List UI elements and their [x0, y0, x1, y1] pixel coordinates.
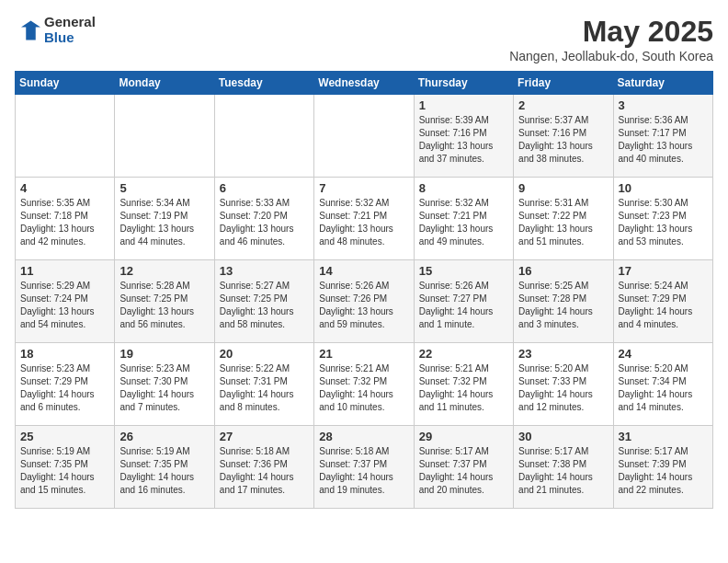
- day-info: Sunrise: 5:32 AM Sunset: 7:21 PM Dayligh…: [419, 197, 508, 248]
- day-number: 28: [319, 430, 408, 443]
- day-number: 26: [119, 430, 209, 443]
- calendar-table: Sunday Monday Tuesday Wednesday Thursday…: [15, 71, 713, 509]
- col-monday: Monday: [115, 72, 214, 95]
- calendar-cell: 31Sunrise: 5:17 AM Sunset: 7:39 PM Dayli…: [613, 426, 712, 509]
- calendar-cell: 5Sunrise: 5:34 AM Sunset: 7:19 PM Daylig…: [115, 178, 214, 260]
- calendar-cell: 14Sunrise: 5:26 AM Sunset: 7:26 PM Dayli…: [314, 260, 414, 343]
- calendar-cell: 17Sunrise: 5:24 AM Sunset: 7:29 PM Dayli…: [613, 260, 712, 343]
- calendar-cell: 16Sunrise: 5:25 AM Sunset: 7:28 PM Dayli…: [514, 260, 613, 343]
- day-number: 20: [220, 347, 309, 361]
- day-info: Sunrise: 5:37 AM Sunset: 7:16 PM Dayligh…: [518, 114, 608, 166]
- day-info: Sunrise: 5:23 AM Sunset: 7:30 PM Dayligh…: [119, 362, 209, 414]
- col-wednesday: Wednesday: [314, 72, 414, 95]
- day-info: Sunrise: 5:17 AM Sunset: 7:38 PM Dayligh…: [518, 445, 608, 497]
- calendar-cell: 1Sunrise: 5:39 AM Sunset: 7:16 PM Daylig…: [414, 95, 513, 178]
- logo: General Blue: [15, 15, 96, 45]
- day-number: 4: [20, 181, 109, 195]
- calendar-cell: 6Sunrise: 5:33 AM Sunset: 7:20 PM Daylig…: [214, 178, 313, 260]
- calendar-subtitle: Nangen, Jeollabuk-do, South Korea: [509, 49, 713, 63]
- calendar-cell: 4Sunrise: 5:35 AM Sunset: 7:18 PM Daylig…: [16, 178, 115, 260]
- day-info: Sunrise: 5:32 AM Sunset: 7:21 PM Dayligh…: [319, 197, 408, 248]
- day-number: 23: [518, 347, 608, 361]
- day-number: 9: [518, 181, 608, 195]
- day-info: Sunrise: 5:19 AM Sunset: 7:35 PM Dayligh…: [20, 445, 109, 497]
- day-info: Sunrise: 5:28 AM Sunset: 7:25 PM Dayligh…: [119, 280, 209, 331]
- day-number: 12: [119, 264, 209, 278]
- calendar-cell: 25Sunrise: 5:19 AM Sunset: 7:35 PM Dayli…: [16, 426, 115, 509]
- day-info: Sunrise: 5:39 AM Sunset: 7:16 PM Dayligh…: [419, 114, 508, 166]
- calendar-week-4: 18Sunrise: 5:23 AM Sunset: 7:29 PM Dayli…: [16, 343, 713, 426]
- day-info: Sunrise: 5:33 AM Sunset: 7:20 PM Dayligh…: [220, 197, 309, 248]
- calendar-cell: 21Sunrise: 5:21 AM Sunset: 7:32 PM Dayli…: [314, 343, 414, 426]
- day-info: Sunrise: 5:27 AM Sunset: 7:25 PM Dayligh…: [220, 280, 309, 331]
- calendar-week-2: 4Sunrise: 5:35 AM Sunset: 7:18 PM Daylig…: [16, 178, 713, 260]
- day-info: Sunrise: 5:21 AM Sunset: 7:32 PM Dayligh…: [419, 362, 508, 414]
- calendar-cell: 23Sunrise: 5:20 AM Sunset: 7:33 PM Dayli…: [514, 343, 613, 426]
- day-info: Sunrise: 5:36 AM Sunset: 7:17 PM Dayligh…: [619, 114, 708, 166]
- day-number: 14: [319, 264, 408, 278]
- calendar-week-1: 1Sunrise: 5:39 AM Sunset: 7:16 PM Daylig…: [16, 95, 713, 178]
- calendar-cell: 19Sunrise: 5:23 AM Sunset: 7:30 PM Dayli…: [115, 343, 214, 426]
- day-info: Sunrise: 5:25 AM Sunset: 7:28 PM Dayligh…: [518, 280, 608, 331]
- day-number: 30: [518, 430, 608, 443]
- day-info: Sunrise: 5:34 AM Sunset: 7:19 PM Dayligh…: [119, 197, 209, 248]
- day-info: Sunrise: 5:35 AM Sunset: 7:18 PM Dayligh…: [20, 197, 109, 248]
- day-number: 21: [319, 347, 408, 361]
- logo-general: General: [44, 15, 96, 30]
- day-number: 19: [119, 347, 209, 361]
- day-number: 27: [220, 430, 309, 443]
- day-number: 17: [619, 264, 708, 278]
- day-info: Sunrise: 5:26 AM Sunset: 7:27 PM Dayligh…: [419, 280, 508, 331]
- calendar-week-5: 25Sunrise: 5:19 AM Sunset: 7:35 PM Dayli…: [16, 426, 713, 509]
- day-number: 7: [319, 181, 408, 195]
- logo-blue: Blue: [44, 30, 96, 46]
- day-number: 3: [619, 98, 708, 112]
- day-info: Sunrise: 5:20 AM Sunset: 7:34 PM Dayligh…: [619, 362, 708, 414]
- calendar-cell: 12Sunrise: 5:28 AM Sunset: 7:25 PM Dayli…: [115, 260, 214, 343]
- calendar-cell: 9Sunrise: 5:31 AM Sunset: 7:22 PM Daylig…: [514, 178, 613, 260]
- day-info: Sunrise: 5:26 AM Sunset: 7:26 PM Dayligh…: [319, 280, 408, 331]
- day-info: Sunrise: 5:23 AM Sunset: 7:29 PM Dayligh…: [20, 362, 109, 414]
- calendar-cell: 24Sunrise: 5:20 AM Sunset: 7:34 PM Dayli…: [613, 343, 712, 426]
- calendar-cell: 15Sunrise: 5:26 AM Sunset: 7:27 PM Dayli…: [414, 260, 513, 343]
- calendar-cell: 2Sunrise: 5:37 AM Sunset: 7:16 PM Daylig…: [514, 95, 613, 178]
- day-number: 10: [619, 181, 708, 195]
- day-info: Sunrise: 5:18 AM Sunset: 7:37 PM Dayligh…: [319, 445, 408, 497]
- day-info: Sunrise: 5:19 AM Sunset: 7:35 PM Dayligh…: [119, 445, 209, 497]
- col-friday: Friday: [514, 72, 613, 95]
- col-thursday: Thursday: [414, 72, 513, 95]
- calendar-cell: [214, 95, 313, 178]
- calendar-cell: 26Sunrise: 5:19 AM Sunset: 7:35 PM Dayli…: [115, 426, 214, 509]
- calendar-cell: 20Sunrise: 5:22 AM Sunset: 7:31 PM Dayli…: [214, 343, 313, 426]
- calendar-cell: 30Sunrise: 5:17 AM Sunset: 7:38 PM Dayli…: [514, 426, 613, 509]
- logo-icon: [15, 17, 40, 43]
- day-info: Sunrise: 5:29 AM Sunset: 7:24 PM Dayligh…: [20, 280, 109, 331]
- day-number: 16: [518, 264, 608, 278]
- day-info: Sunrise: 5:21 AM Sunset: 7:32 PM Dayligh…: [319, 362, 408, 414]
- day-number: 25: [20, 430, 109, 443]
- header-row: Sunday Monday Tuesday Wednesday Thursday…: [16, 72, 713, 95]
- calendar-cell: 22Sunrise: 5:21 AM Sunset: 7:32 PM Dayli…: [414, 343, 513, 426]
- calendar-cell: 27Sunrise: 5:18 AM Sunset: 7:36 PM Dayli…: [214, 426, 313, 509]
- day-number: 13: [220, 264, 309, 278]
- logo-text: General Blue: [44, 15, 96, 45]
- day-info: Sunrise: 5:30 AM Sunset: 7:23 PM Dayligh…: [619, 197, 708, 248]
- col-tuesday: Tuesday: [214, 72, 313, 95]
- calendar-cell: 11Sunrise: 5:29 AM Sunset: 7:24 PM Dayli…: [16, 260, 115, 343]
- day-number: 22: [419, 347, 508, 361]
- calendar-cell: 10Sunrise: 5:30 AM Sunset: 7:23 PM Dayli…: [613, 178, 712, 260]
- day-info: Sunrise: 5:24 AM Sunset: 7:29 PM Dayligh…: [619, 280, 708, 331]
- day-info: Sunrise: 5:20 AM Sunset: 7:33 PM Dayligh…: [518, 362, 608, 414]
- calendar-week-3: 11Sunrise: 5:29 AM Sunset: 7:24 PM Dayli…: [16, 260, 713, 343]
- col-sunday: Sunday: [16, 72, 115, 95]
- day-number: 15: [419, 264, 508, 278]
- day-number: 5: [119, 181, 209, 195]
- calendar-cell: 3Sunrise: 5:36 AM Sunset: 7:17 PM Daylig…: [613, 95, 712, 178]
- day-number: 11: [20, 264, 109, 278]
- day-info: Sunrise: 5:22 AM Sunset: 7:31 PM Dayligh…: [220, 362, 309, 414]
- calendar-cell: 13Sunrise: 5:27 AM Sunset: 7:25 PM Dayli…: [214, 260, 313, 343]
- page-header: General Blue May 2025 Nangen, Jeollabuk-…: [15, 15, 713, 63]
- day-number: 18: [20, 347, 109, 361]
- calendar-cell: 29Sunrise: 5:17 AM Sunset: 7:37 PM Dayli…: [414, 426, 513, 509]
- calendar-cell: 28Sunrise: 5:18 AM Sunset: 7:37 PM Dayli…: [314, 426, 414, 509]
